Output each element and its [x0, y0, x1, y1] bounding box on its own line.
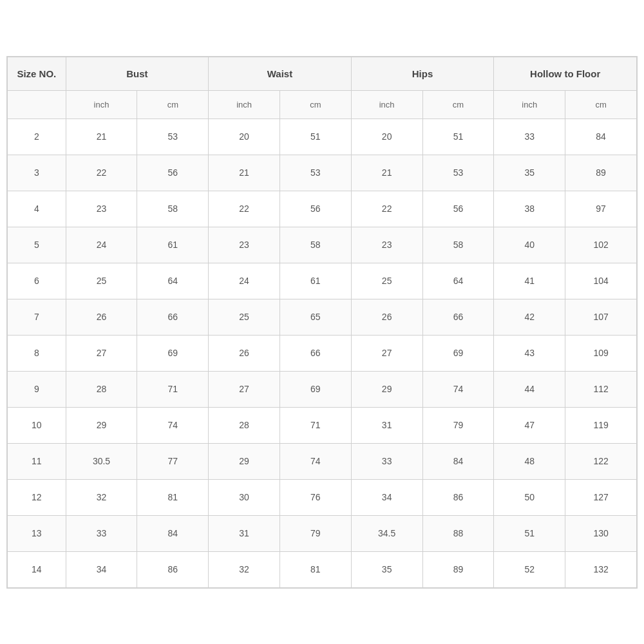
htf-cm-cell: 89 — [565, 155, 637, 191]
waist-header: Waist — [209, 57, 352, 90]
hips-inch-cell: 33 — [351, 443, 422, 479]
waist-cm-sub: cm — [279, 90, 351, 118]
bust-cm-cell: 81 — [137, 479, 209, 515]
bust-cm-cell: 77 — [137, 443, 209, 479]
table-row: 32256215321533589 — [8, 155, 637, 191]
bust-cm-cell: 66 — [137, 299, 209, 335]
hips-inch-cell: 25 — [351, 263, 422, 299]
bust-cm-cell: 64 — [137, 263, 209, 299]
waist-cm-cell: 81 — [279, 551, 351, 587]
htf-cm-cell: 112 — [565, 371, 637, 407]
table-body: 2215320512051338432256215321533589423582… — [8, 118, 637, 587]
size-cell: 9 — [8, 371, 66, 407]
htf-cm-cell: 127 — [565, 479, 637, 515]
htf-inch-cell: 52 — [494, 551, 565, 587]
htf-inch-cell: 50 — [494, 479, 565, 515]
waist-cm-cell: 61 — [279, 263, 351, 299]
main-header-row: Size NO. Bust Waist Hips Hollow to Floor — [8, 57, 637, 90]
hips-cm-cell: 66 — [422, 299, 494, 335]
htf-inch-cell: 51 — [494, 515, 565, 551]
waist-inch-cell: 22 — [209, 191, 280, 227]
htf-inch-sub: inch — [494, 90, 565, 118]
waist-inch-cell: 28 — [209, 407, 280, 443]
table-row: 1130.5772974338448122 — [8, 443, 637, 479]
htf-inch-cell: 40 — [494, 227, 565, 263]
bust-inch-cell: 23 — [66, 191, 137, 227]
size-chart-table: Size NO. Bust Waist Hips Hollow to Floor… — [7, 57, 637, 588]
waist-cm-cell: 58 — [279, 227, 351, 263]
size-cell: 12 — [8, 479, 66, 515]
hips-inch-cell: 27 — [351, 335, 422, 371]
size-cell: 11 — [8, 443, 66, 479]
bust-inch-cell: 29 — [66, 407, 137, 443]
waist-cm-cell: 69 — [279, 371, 351, 407]
table-row: 1232813076348650127 — [8, 479, 637, 515]
waist-inch-cell: 27 — [209, 371, 280, 407]
htf-cm-cell: 130 — [565, 515, 637, 551]
bust-cm-cell: 69 — [137, 335, 209, 371]
waist-inch-cell: 21 — [209, 155, 280, 191]
size-cell: 7 — [8, 299, 66, 335]
htf-inch-cell: 42 — [494, 299, 565, 335]
size-cell: 4 — [8, 191, 66, 227]
hips-inch-cell: 20 — [351, 118, 422, 155]
waist-inch-cell: 26 — [209, 335, 280, 371]
waist-inch-cell: 24 — [209, 263, 280, 299]
bust-cm-cell: 53 — [137, 118, 209, 155]
bust-cm-cell: 61 — [137, 227, 209, 263]
hips-cm-cell: 56 — [422, 191, 494, 227]
size-cell: 8 — [8, 335, 66, 371]
waist-inch-cell: 30 — [209, 479, 280, 515]
table-row: 133384317934.58851130 — [8, 515, 637, 551]
hips-cm-sub: cm — [422, 90, 494, 118]
table-row: 22153205120513384 — [8, 118, 637, 155]
hips-inch-cell: 35 — [351, 551, 422, 587]
bust-inch-cell: 34 — [66, 551, 137, 587]
hollow-to-floor-header: Hollow to Floor — [494, 57, 637, 90]
waist-cm-cell: 65 — [279, 299, 351, 335]
htf-inch-cell: 41 — [494, 263, 565, 299]
table-row: 827692666276943109 — [8, 335, 637, 371]
size-cell: 10 — [8, 407, 66, 443]
hips-cm-cell: 58 — [422, 227, 494, 263]
waist-inch-cell: 31 — [209, 515, 280, 551]
table-row: 726662565266642107 — [8, 299, 637, 335]
hips-cm-cell: 74 — [422, 371, 494, 407]
htf-inch-cell: 44 — [494, 371, 565, 407]
table-row: 1029742871317947119 — [8, 407, 637, 443]
bust-cm-cell: 84 — [137, 515, 209, 551]
bust-cm-cell: 71 — [137, 371, 209, 407]
hips-inch-cell: 22 — [351, 191, 422, 227]
bust-inch-cell: 27 — [66, 335, 137, 371]
bust-inch-cell: 25 — [66, 263, 137, 299]
htf-inch-cell: 33 — [494, 118, 565, 155]
size-chart-container: Size NO. Bust Waist Hips Hollow to Floor… — [6, 56, 638, 589]
htf-inch-cell: 47 — [494, 407, 565, 443]
bust-inch-cell: 33 — [66, 515, 137, 551]
hips-cm-cell: 53 — [422, 155, 494, 191]
htf-cm-sub: cm — [565, 90, 637, 118]
waist-inch-cell: 23 — [209, 227, 280, 263]
hips-cm-cell: 51 — [422, 118, 494, 155]
hips-inch-sub: inch — [351, 90, 422, 118]
bust-inch-sub: inch — [66, 90, 137, 118]
waist-cm-cell: 56 — [279, 191, 351, 227]
bust-cm-cell: 74 — [137, 407, 209, 443]
size-cell: 13 — [8, 515, 66, 551]
hips-inch-cell: 23 — [351, 227, 422, 263]
htf-cm-cell: 97 — [565, 191, 637, 227]
size-cell: 14 — [8, 551, 66, 587]
waist-cm-cell: 71 — [279, 407, 351, 443]
bust-cm-sub: cm — [137, 90, 209, 118]
bust-inch-cell: 32 — [66, 479, 137, 515]
hips-cm-cell: 64 — [422, 263, 494, 299]
hips-inch-cell: 29 — [351, 371, 422, 407]
htf-cm-cell: 84 — [565, 118, 637, 155]
hips-header: Hips — [351, 57, 494, 90]
size-cell: 3 — [8, 155, 66, 191]
bust-inch-cell: 22 — [66, 155, 137, 191]
htf-cm-cell: 104 — [565, 263, 637, 299]
waist-cm-cell: 74 — [279, 443, 351, 479]
waist-cm-cell: 51 — [279, 118, 351, 155]
table-row: 524612358235840102 — [8, 227, 637, 263]
